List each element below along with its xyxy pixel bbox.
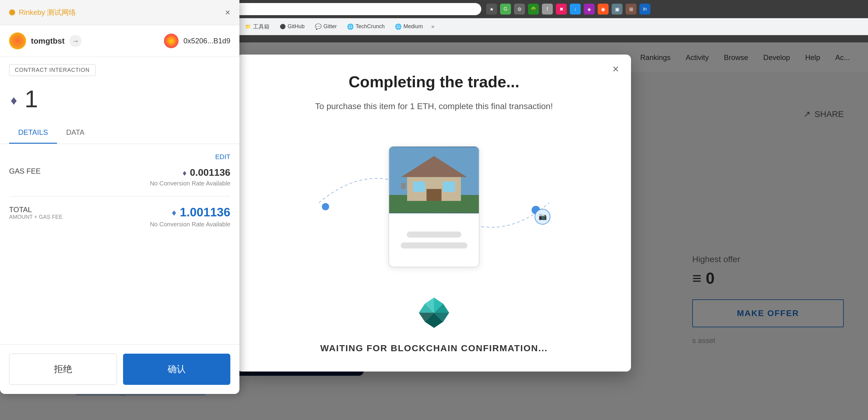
gas-fee-value-block: ⬧ 0.001136 No Conversion Rate Available	[150, 167, 230, 187]
account-address: 0x5206...B1d9	[183, 37, 230, 45]
nft-house-image	[389, 147, 479, 213]
eth-amount: 1	[25, 85, 38, 113]
nft-card	[389, 146, 479, 267]
eth-diamond-icon: ⬧	[9, 90, 19, 108]
ext-8[interactable]: ◉	[598, 4, 609, 14]
modal-subtitle: To purchase this item for 1 ETH, complet…	[261, 100, 607, 113]
eth-amount-row: ⬧ 1	[0, 76, 240, 116]
gas-amount: 0.001136	[190, 167, 230, 178]
ext-10[interactable]: ⊞	[625, 4, 637, 14]
network-indicator: Rinkeby 测试网络	[9, 7, 76, 17]
opensea-logo	[416, 295, 452, 331]
ext-4[interactable]: f	[542, 4, 553, 14]
house-svg	[389, 147, 479, 213]
tab-details[interactable]: DETAILS	[9, 122, 57, 143]
gas-fee-value: ⬧ 0.001136	[150, 167, 230, 178]
ext-6[interactable]: ↓	[570, 4, 581, 14]
gas-fee-label: GAS FEE	[9, 167, 41, 175]
account-right: 0x5206...B1d9	[164, 34, 230, 48]
total-label-block: TOTAL AMOUNT + GAS FEE	[9, 205, 62, 220]
eth-icon: ⬧	[182, 168, 187, 177]
gas-fee-row: GAS FEE ⬧ 0.001136 No Conversion Rate Av…	[9, 167, 230, 187]
camera-icon: 📷	[535, 209, 550, 225]
techcrunch-icon: 🌐	[347, 23, 354, 30]
total-sublabel: AMOUNT + GAS FEE	[9, 214, 62, 220]
account-arrow[interactable]: →	[69, 35, 82, 47]
ext-1[interactable]: G	[500, 4, 511, 14]
account-left: tomgtbst →	[9, 32, 82, 50]
extensions-bar: ★ G ⚙ 🌳 f ✖ ↓ ◈ ◉ ▣ ⊞ in	[486, 4, 650, 14]
bookmark-gitter[interactable]: 💬 Gitter	[311, 22, 341, 32]
metamask-tabs: DETAILS DATA	[0, 122, 240, 144]
action-buttons: 拒绝 确认	[0, 344, 240, 394]
contract-badge-area: CONTRACT INTERACTION	[9, 64, 230, 76]
more-bookmarks[interactable]: »	[431, 23, 434, 30]
total-label: TOTAL	[9, 205, 62, 214]
folder-icon: 📁	[245, 24, 251, 29]
network-label: Rinkeby 测试网络	[19, 7, 76, 17]
total-value: ⬧ 1.001136	[150, 205, 230, 219]
bookmark-github[interactable]: ⚫ GitHub	[276, 22, 309, 32]
ext-bookmark[interactable]: ★	[486, 4, 497, 14]
account-name: tomgtbst	[31, 36, 65, 46]
svg-rect-7	[401, 183, 405, 189]
account-avatar	[9, 32, 26, 50]
medium-icon: 🌐	[395, 23, 402, 30]
total-eth-icon: ⬧	[171, 207, 177, 218]
metamask-popup: Rinkeby 测试网络 × tomgtbst → 0x5206...B1d9 …	[0, 0, 240, 394]
total-value-block: ⬧ 1.001136 No Conversion Rate Available	[150, 205, 230, 228]
ext-11[interactable]: in	[640, 4, 650, 14]
ext-2[interactable]: ⚙	[514, 4, 525, 14]
metamask-header: Rinkeby 测试网络 ×	[0, 0, 240, 25]
modal-close-button[interactable]: ×	[613, 64, 619, 74]
account-row: tomgtbst → 0x5206...B1d9	[0, 25, 240, 57]
transaction-visual: 📷	[261, 131, 607, 283]
modal-title: Completing the trade...	[261, 73, 607, 91]
bookmark-tools[interactable]: 📁 工具箱	[241, 21, 274, 32]
address-avatar	[164, 34, 179, 48]
network-dot	[9, 9, 15, 15]
svg-rect-4	[427, 189, 441, 201]
github-icon: ⚫	[280, 24, 286, 29]
gas-conversion: No Conversion Rate Available	[150, 180, 230, 187]
nft-card-text	[389, 213, 479, 267]
ext-3[interactable]: 🌳	[528, 4, 539, 14]
total-row: TOTAL AMOUNT + GAS FEE ⬧ 1.001136 No Con…	[9, 205, 230, 228]
total-conversion: No Conversion Rate Available	[150, 221, 230, 228]
gitter-icon: 💬	[315, 23, 321, 30]
bookmark-medium[interactable]: 🌐 Medium	[391, 22, 427, 32]
reject-button[interactable]: 拒绝	[9, 354, 117, 385]
details-content: EDIT GAS FEE ⬧ 0.001136 No Conversion Ra…	[0, 144, 240, 344]
trade-modal: × Completing the trade... To purchase th…	[237, 55, 631, 371]
close-button[interactable]: ×	[225, 7, 230, 18]
divider	[9, 196, 230, 196]
tab-data[interactable]: DATA	[57, 122, 93, 143]
svg-rect-5	[413, 182, 425, 192]
nft-text-bar-2	[401, 243, 467, 249]
confirm-button[interactable]: 确认	[123, 354, 230, 385]
bookmark-techcrunch[interactable]: 🌐 TechCrunch	[343, 22, 389, 32]
edit-link[interactable]: EDIT	[9, 153, 230, 161]
ext-7[interactable]: ◈	[584, 4, 595, 14]
total-amount: 1.001136	[180, 205, 230, 219]
nft-text-bar-1	[407, 231, 461, 237]
contract-badge: CONTRACT INTERACTION	[9, 64, 95, 76]
waiting-text: WAITING FOR BLOCKCHAIN CONFIRMATION...	[261, 343, 607, 353]
ext-9[interactable]: ▣	[612, 4, 622, 14]
ext-5[interactable]: ✖	[556, 4, 567, 14]
svg-rect-6	[443, 182, 455, 192]
right-dot-container: 📷	[532, 206, 540, 214]
logo-area	[261, 295, 607, 331]
left-dot	[322, 203, 329, 210]
